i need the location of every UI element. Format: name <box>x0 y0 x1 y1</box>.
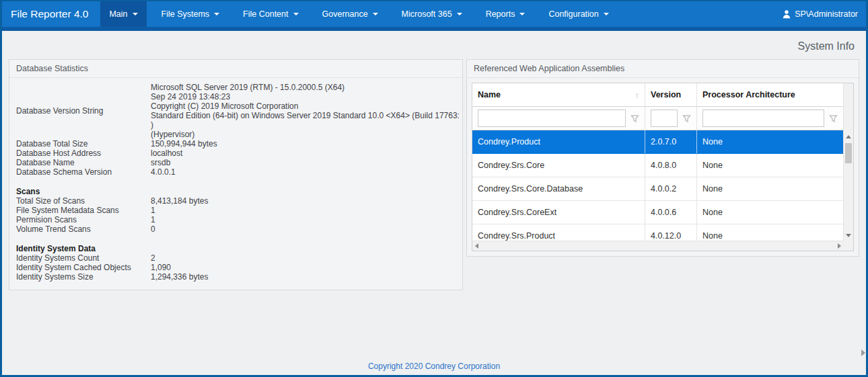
filter-cell-version <box>645 107 697 130</box>
cell-name: Condrey.Product <box>472 130 645 153</box>
stat-row: Database Version String Microsoft SQL Se… <box>16 83 461 139</box>
column-header-processor-architecture[interactable]: Processor Architecture <box>697 83 843 106</box>
scroll-down-icon[interactable] <box>846 234 851 237</box>
column-label: Processor Architecture <box>702 90 795 99</box>
nav-item-label: Governance <box>322 1 368 27</box>
stat-row: Identity Systems Size 1,294,336 bytes <box>16 272 461 282</box>
identity-section-heading: Identity System Data <box>16 244 461 253</box>
stat-value: 1,294,336 bytes <box>151 272 461 282</box>
cell-name: Condrey.Srs.CoreExt <box>472 201 645 224</box>
stat-row: Database Name srsdb <box>16 158 461 167</box>
nav-item-main[interactable]: Main <box>100 1 146 27</box>
table-row[interactable]: Condrey.Product 2.0.7.0 None <box>472 130 853 154</box>
panels-row: Database Statistics Database Version Str… <box>9 59 859 290</box>
stat-label: Database Host Address <box>16 149 151 158</box>
stat-value: 1 <box>151 215 461 224</box>
stat-row: Permision Scans 1 <box>16 215 461 224</box>
nav-item-label: Microsoft 365 <box>402 1 452 27</box>
stat-row: Database Schema Version 4.0.0.1 <box>16 167 461 177</box>
filter-cell-processor-architecture <box>697 107 843 130</box>
cell-version: 4.0.8.0 <box>645 154 697 177</box>
vertical-scrollbar[interactable] <box>844 131 853 241</box>
database-statistics-body: Database Version String Microsoft SQL Se… <box>9 78 462 290</box>
processor-architecture-filter-input[interactable] <box>702 110 824 127</box>
top-navbar: File Reporter 4.0 Main File Systems File… <box>2 1 866 31</box>
grid-header-row: Name ↑ Version Processor Architecture <box>472 83 853 107</box>
stat-value: 1 <box>151 206 461 215</box>
caret-down-icon <box>373 13 378 15</box>
filter-funnel-icon <box>682 114 691 123</box>
cell-processor-architecture: None <box>697 201 843 224</box>
nav-item-file-systems[interactable]: File Systems <box>153 1 229 27</box>
column-header-version[interactable]: Version <box>645 83 697 106</box>
cell-processor-architecture: None <box>697 130 843 153</box>
nav-item-microsoft-365[interactable]: Microsoft 365 <box>393 1 471 27</box>
main-content: System Info Database Statistics Database… <box>2 31 866 360</box>
stat-label: Database Name <box>16 158 151 167</box>
table-row[interactable]: Condrey.Srs.CoreExt 4.0.0.6 None <box>472 201 853 224</box>
name-filter-funnel-button[interactable] <box>630 114 639 123</box>
processor-architecture-filter-funnel-button[interactable] <box>829 114 838 123</box>
app-window: File Reporter 4.0 Main File Systems File… <box>0 0 868 377</box>
table-row[interactable]: Condrey.Srs.Core.Database 4.0.0.2 None <box>472 177 853 201</box>
cell-version: 2.0.7.0 <box>645 130 697 153</box>
column-header-name[interactable]: Name ↑ <box>472 83 645 106</box>
vertical-scrollbar-thumb[interactable] <box>845 143 852 163</box>
database-statistics-title: Database Statistics <box>9 60 462 78</box>
scroll-right-icon[interactable] <box>838 243 841 249</box>
stat-label: Permision Scans <box>16 215 151 224</box>
scroll-left-icon[interactable] <box>475 243 478 249</box>
stat-label: Identity System Cached Objects <box>16 263 151 272</box>
scroll-up-icon[interactable] <box>846 135 851 138</box>
user-menu[interactable]: SP\Administrator <box>774 1 866 27</box>
stat-label: File System Metadata Scans <box>16 206 151 215</box>
cell-version: 4.0.0.6 <box>645 201 697 224</box>
nav-item-reports[interactable]: Reports <box>477 1 534 27</box>
stat-value: 4.0.0.1 <box>151 167 461 177</box>
stat-row: Volume Trend Scans 0 <box>16 224 461 234</box>
stat-value: 0 <box>151 224 461 234</box>
caret-down-icon <box>604 13 609 15</box>
nav-item-label: Configuration <box>548 1 598 27</box>
horizontal-scrollbar[interactable] <box>472 241 844 251</box>
grid-filter-row <box>472 107 853 130</box>
copyright-link[interactable]: Copyright 2020 Condrey Corporation <box>368 362 500 371</box>
stat-row: Total Size of Scans 8,413,184 bytes <box>16 196 461 206</box>
stat-label: Database Total Size <box>16 139 151 149</box>
assemblies-grid: Name ↑ Version Processor Architecture <box>472 83 854 251</box>
stat-row: Identity System Cached Objects 1,090 <box>16 263 461 272</box>
cell-version: 4.0.0.2 <box>645 177 697 200</box>
assemblies-panel: Referenced Web Application Assemblies Na… <box>466 59 859 257</box>
version-filter-input[interactable] <box>651 110 678 127</box>
stat-label: Database Schema Version <box>16 167 151 177</box>
user-name: SP\Administrator <box>795 9 858 19</box>
table-row[interactable]: Condrey.Srs.Core 4.0.8.0 None <box>472 154 853 177</box>
cell-processor-architecture: None <box>697 177 843 200</box>
database-statistics-panel: Database Statistics Database Version Str… <box>9 59 463 290</box>
cell-name: Condrey.Srs.Core.Database <box>472 177 645 200</box>
stat-label: Total Size of Scans <box>16 196 151 206</box>
page-title: System Info <box>9 40 855 52</box>
stat-value: 8,413,184 bytes <box>151 196 461 206</box>
page-footer: Copyright 2020 Condrey Corporation <box>2 360 866 375</box>
nav-item-label: Reports <box>486 1 515 27</box>
nav-item-file-content[interactable]: File Content <box>234 1 307 27</box>
assemblies-grid-wrap: Name ↑ Version Processor Architecture <box>467 78 859 256</box>
caret-down-icon <box>133 13 138 15</box>
column-label: Version <box>651 90 681 99</box>
name-filter-input[interactable] <box>478 110 626 127</box>
page-scroll-right-icon[interactable] <box>861 349 865 356</box>
nav-item-configuration[interactable]: Configuration <box>540 1 617 27</box>
stat-label: Identity Systems Size <box>16 272 151 282</box>
filter-funnel-icon <box>630 114 639 123</box>
version-filter-funnel-button[interactable] <box>682 114 691 123</box>
app-brand[interactable]: File Reporter 4.0 <box>2 1 100 27</box>
stat-label: Database Version String <box>16 106 151 116</box>
nav-item-label: File Content <box>243 1 288 27</box>
nav-item-label: File Systems <box>161 1 210 27</box>
caret-down-icon <box>293 13 299 15</box>
sort-ascending-icon: ↑ <box>635 90 640 100</box>
nav-item-governance[interactable]: Governance <box>314 1 387 27</box>
filter-cell-name <box>472 107 645 130</box>
assemblies-title: Referenced Web Application Assemblies <box>467 60 859 78</box>
